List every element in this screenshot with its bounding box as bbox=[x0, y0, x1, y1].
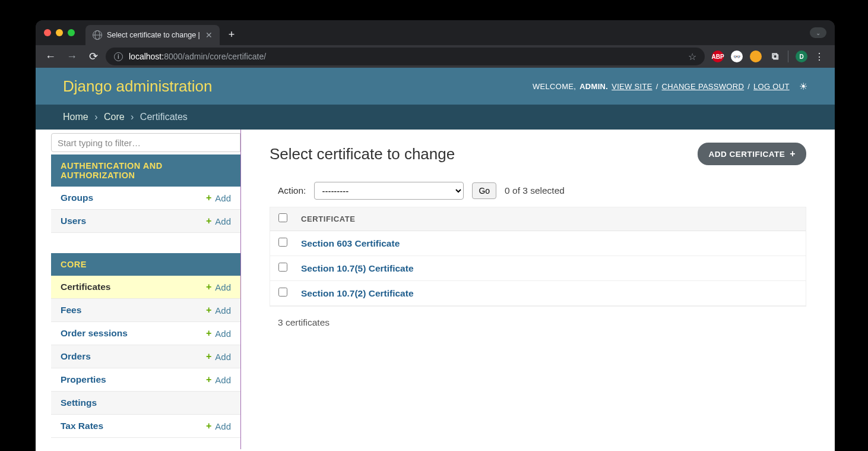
breadcrumb-app[interactable]: Core bbox=[104, 112, 125, 122]
add-order-sessions-link[interactable]: +Add bbox=[206, 328, 231, 339]
plus-icon: + bbox=[206, 421, 211, 431]
column-header-certificate[interactable]: CERTIFICATE bbox=[301, 215, 356, 223]
sidebar-item-properties[interactable]: Properties +Add bbox=[51, 368, 240, 392]
action-select[interactable]: --------- bbox=[314, 182, 464, 200]
model-link-users[interactable]: Users bbox=[61, 216, 86, 226]
sidebar-item-users[interactable]: Users +Add bbox=[51, 210, 240, 233]
view-site-link[interactable]: VIEW SITE bbox=[612, 82, 652, 91]
tab-overview-button[interactable]: ⌄ bbox=[810, 27, 826, 38]
add-orders-link[interactable]: +Add bbox=[206, 351, 231, 362]
model-link-orders[interactable]: Orders bbox=[61, 351, 91, 362]
new-tab-button[interactable]: + bbox=[223, 29, 240, 41]
breadcrumb: Home › Core › Certificates bbox=[36, 105, 835, 130]
action-bar: Action: --------- Go 0 of 3 selected bbox=[270, 182, 806, 200]
username: ADMIN. bbox=[579, 82, 608, 91]
profile-avatar[interactable]: D bbox=[796, 51, 807, 62]
table-header: CERTIFICATE bbox=[270, 207, 806, 231]
extension-glasses-icon[interactable]: 👓 bbox=[731, 51, 743, 62]
address-bar: ← → ⟳ i localhost:8000/admin/core/certif… bbox=[36, 45, 835, 68]
theme-toggle-icon[interactable]: ☀ bbox=[799, 81, 807, 92]
certificate-link[interactable]: Section 603 Certificate bbox=[301, 238, 400, 249]
results-table: CERTIFICATE Section 603 Certificate Sect… bbox=[270, 207, 806, 307]
model-link-order-sessions[interactable]: Order sessions bbox=[61, 328, 128, 339]
change-password-link[interactable]: CHANGE PASSWORD bbox=[662, 82, 745, 91]
close-tab-icon[interactable]: ✕ bbox=[205, 30, 213, 40]
user-tools: WELCOME, ADMIN. VIEW SITE / CHANGE PASSW… bbox=[533, 81, 807, 92]
action-label: Action: bbox=[278, 185, 306, 196]
django-header: Django administration WELCOME, ADMIN. VI… bbox=[36, 68, 835, 105]
selection-count: 0 of 3 selected bbox=[505, 185, 565, 196]
tab-bar: Select certificate to change | ✕ + ⌄ bbox=[36, 20, 835, 45]
page-content: Django administration WELCOME, ADMIN. VI… bbox=[36, 68, 835, 451]
certificate-link[interactable]: Section 10.7(5) Certificate bbox=[301, 263, 414, 274]
sidebar-app-auth: AUTHENTICATION AND AUTHORIZATION Groups … bbox=[51, 152, 240, 233]
url-host: localhost: bbox=[129, 52, 164, 61]
minimize-window-button[interactable] bbox=[56, 29, 63, 36]
sidebar: Start typing to filter… AUTHENTICATION A… bbox=[36, 130, 241, 449]
model-link-fees[interactable]: Fees bbox=[61, 305, 81, 316]
model-link-groups[interactable]: Groups bbox=[61, 193, 93, 203]
close-window-button[interactable] bbox=[44, 29, 51, 36]
sidebar-app-core: CORE Certificates +Add Fees +Add Order s… bbox=[51, 251, 240, 438]
model-link-tax-rates[interactable]: Tax Rates bbox=[61, 421, 103, 431]
row-checkbox[interactable] bbox=[278, 288, 287, 297]
logout-link[interactable]: LOG OUT bbox=[753, 82, 790, 91]
extension-abp-icon[interactable]: ABP bbox=[712, 51, 724, 62]
plus-icon: + bbox=[206, 328, 211, 339]
app-header-auth[interactable]: AUTHENTICATION AND AUTHORIZATION bbox=[51, 154, 240, 187]
sidebar-item-order-sessions[interactable]: Order sessions +Add bbox=[51, 322, 240, 345]
model-link-properties[interactable]: Properties bbox=[61, 374, 106, 385]
extension-orange-icon[interactable] bbox=[750, 51, 762, 62]
result-count: 3 certificates bbox=[270, 307, 806, 339]
add-certificate-button[interactable]: ADD CERTIFICATE + bbox=[698, 143, 806, 165]
app-header-core[interactable]: CORE bbox=[51, 253, 240, 276]
window-controls bbox=[44, 29, 75, 36]
add-fees-link[interactable]: +Add bbox=[206, 305, 231, 316]
tab-title: Select certificate to change | bbox=[107, 31, 200, 39]
reload-button[interactable]: ⟳ bbox=[84, 48, 102, 65]
back-button[interactable]: ← bbox=[42, 48, 59, 65]
site-title[interactable]: Django administration bbox=[63, 77, 212, 96]
plus-icon: + bbox=[206, 351, 211, 362]
add-groups-link[interactable]: +Add bbox=[206, 193, 231, 203]
go-button[interactable]: Go bbox=[472, 182, 496, 199]
extension-icons: ABP 👓 ⧉ D ⋮ bbox=[708, 51, 829, 62]
sidebar-item-settings[interactable]: Settings bbox=[51, 392, 240, 415]
add-properties-link[interactable]: +Add bbox=[206, 374, 231, 385]
sidebar-item-tax-rates[interactable]: Tax Rates +Add bbox=[51, 415, 240, 438]
model-link-certificates[interactable]: Certificates bbox=[61, 282, 110, 292]
add-users-link[interactable]: +Add bbox=[206, 216, 231, 226]
row-checkbox[interactable] bbox=[278, 238, 287, 247]
sidebar-item-groups[interactable]: Groups +Add bbox=[51, 187, 240, 210]
sidebar-filter-input[interactable]: Start typing to filter… bbox=[51, 133, 240, 152]
bookmark-star-icon[interactable]: ☆ bbox=[688, 51, 696, 62]
plus-icon: + bbox=[206, 282, 211, 292]
add-certificates-link[interactable]: +Add bbox=[206, 282, 231, 292]
select-all-checkbox[interactable] bbox=[278, 213, 287, 222]
sidebar-item-certificates[interactable]: Certificates +Add bbox=[51, 276, 240, 299]
table-row: Section 603 Certificate bbox=[270, 231, 806, 256]
sidebar-item-orders[interactable]: Orders +Add bbox=[51, 345, 240, 368]
browser-window: Select certificate to change | ✕ + ⌄ ← →… bbox=[36, 20, 835, 451]
page-title: Select certificate to change bbox=[270, 145, 455, 163]
forward-button[interactable]: → bbox=[63, 48, 81, 65]
plus-icon: + bbox=[206, 305, 211, 316]
plus-icon: + bbox=[206, 216, 211, 226]
table-row: Section 10.7(5) Certificate bbox=[270, 256, 806, 281]
extensions-puzzle-icon[interactable]: ⧉ bbox=[769, 51, 781, 62]
browser-menu-button[interactable]: ⋮ bbox=[815, 51, 825, 62]
row-checkbox[interactable] bbox=[278, 263, 287, 272]
main-content: Select certificate to change ADD CERTIFI… bbox=[241, 130, 835, 449]
url-input[interactable]: i localhost:8000/admin/core/certificate/… bbox=[106, 48, 705, 65]
browser-tab[interactable]: Select certificate to change | ✕ bbox=[85, 25, 220, 45]
maximize-window-button[interactable] bbox=[68, 29, 75, 36]
add-button-label: ADD CERTIFICATE bbox=[708, 150, 785, 159]
breadcrumb-current: Certificates bbox=[140, 112, 188, 122]
certificate-link[interactable]: Section 10.7(2) Certificate bbox=[301, 288, 414, 299]
breadcrumb-home[interactable]: Home bbox=[63, 112, 88, 122]
model-link-settings[interactable]: Settings bbox=[61, 398, 97, 408]
site-info-icon[interactable]: i bbox=[114, 52, 123, 61]
sidebar-item-fees[interactable]: Fees +Add bbox=[51, 299, 240, 322]
plus-icon: + bbox=[790, 149, 796, 159]
add-tax-rates-link[interactable]: +Add bbox=[206, 421, 231, 431]
